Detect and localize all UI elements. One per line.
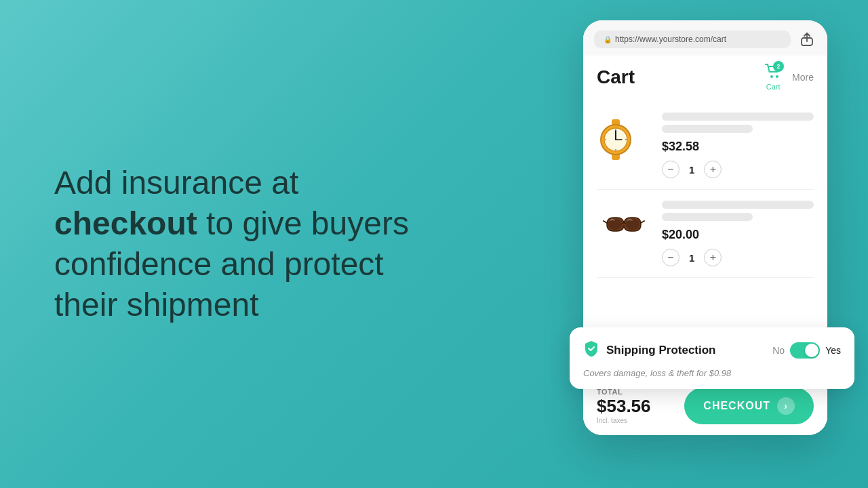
product-price-sunglasses: $20.00 xyxy=(662,228,814,242)
cart-content: Cart 2 Cart More xyxy=(583,56,827,435)
browser-frame: 🔒 https://www.yourstore.com/cart Cart xyxy=(583,20,827,435)
toggle-thumb xyxy=(805,344,818,357)
sp-description: Covers damage, loss & theft for $0.98 xyxy=(583,368,827,378)
product-subname-bar-2 xyxy=(662,213,753,221)
watch-image xyxy=(597,113,651,167)
share-button[interactable] xyxy=(797,30,816,49)
sunglasses-image xyxy=(597,201,651,255)
checkout-arrow-icon: › xyxy=(777,397,795,415)
browser-bar: 🔒 https://www.yourstore.com/cart xyxy=(583,20,827,56)
qty-increase-watch[interactable]: + xyxy=(704,161,722,178)
cart-badge-wrap: 2 xyxy=(765,64,781,81)
qty-decrease-sunglasses[interactable]: − xyxy=(662,249,679,266)
product-item-sunglasses: $20.00 − 1 + xyxy=(597,190,814,278)
cart-nav-label: Cart xyxy=(766,83,781,91)
lock-icon: 🔒 xyxy=(604,36,612,43)
product-details-watch: $32.58 − 1 + xyxy=(662,113,814,178)
product-item-watch: $32.58 − 1 + xyxy=(597,102,814,190)
product-subname-bar xyxy=(662,125,753,133)
qty-decrease-watch[interactable]: − xyxy=(662,161,679,178)
sp-toggle[interactable] xyxy=(790,342,820,359)
svg-point-2 xyxy=(776,75,778,78)
product-name-bar xyxy=(662,113,814,121)
cart-nav-item[interactable]: 2 Cart xyxy=(765,64,781,91)
sp-yes-label: Yes xyxy=(825,345,827,356)
checkout-label: CHECKOUT xyxy=(703,400,770,412)
hero-bold: checkout xyxy=(54,205,197,241)
qty-increase-sunglasses[interactable]: + xyxy=(704,249,722,266)
total-amount: $53.56 xyxy=(597,396,651,417)
total-incl-taxes: Incl. taxes xyxy=(597,417,651,424)
address-bar: 🔒 https://www.yourstore.com/cart xyxy=(594,30,791,48)
cart-title: Cart xyxy=(597,66,635,88)
url-text: https://www.yourstore.com/cart xyxy=(615,35,726,44)
sp-no-label: No xyxy=(772,345,785,356)
cart-header: Cart 2 Cart More xyxy=(597,56,814,102)
qty-value-watch: 1 xyxy=(689,164,694,176)
cart-nav: 2 Cart More xyxy=(765,64,814,91)
shipping-protection-card: Shipping Protection No Yes Covers damage… xyxy=(583,327,827,389)
phone-mockup: 🔒 https://www.yourstore.com/cart Cart xyxy=(583,20,827,435)
sp-toggle-wrap: No Yes xyxy=(772,342,827,359)
qty-control-watch: − 1 + xyxy=(662,161,814,178)
hero-line1: Add insurance at xyxy=(54,165,298,201)
cart-badge: 2 xyxy=(773,61,784,72)
sp-header: Shipping Protection No Yes xyxy=(583,340,827,361)
more-button[interactable]: More xyxy=(792,72,814,83)
product-details-sunglasses: $20.00 − 1 + xyxy=(662,201,814,266)
qty-control-sunglasses: − 1 + xyxy=(662,249,814,266)
qty-value-sunglasses: 1 xyxy=(689,252,694,264)
product-name-bar-2 xyxy=(662,201,814,209)
svg-point-1 xyxy=(770,75,773,78)
hero-section: Add insurance at checkout to give buyers… xyxy=(0,163,461,325)
checkout-button[interactable]: CHECKOUT › xyxy=(684,388,814,424)
sp-title: Shipping Protection xyxy=(606,344,766,357)
product-price-watch: $32.58 xyxy=(662,140,814,154)
total-section: TOTAL $53.56 Incl. taxes xyxy=(597,388,651,424)
hero-text: Add insurance at checkout to give buyers… xyxy=(54,163,420,325)
shield-icon xyxy=(583,340,599,361)
